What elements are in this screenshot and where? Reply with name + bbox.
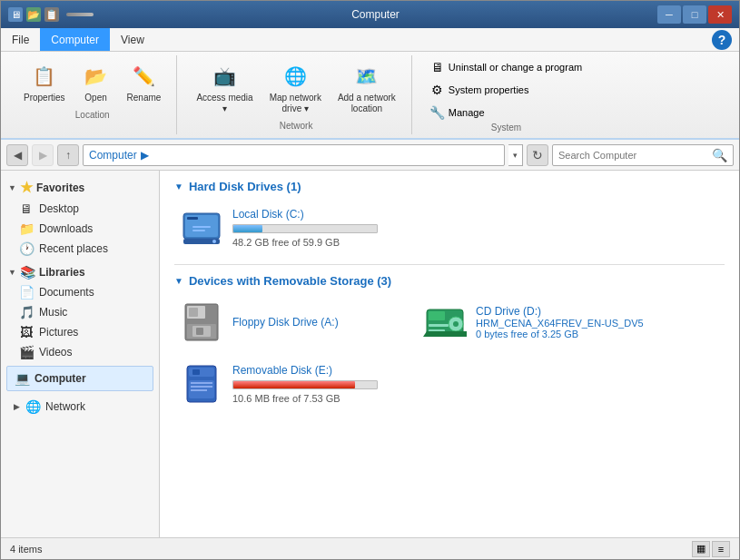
manage-button[interactable]: 🔧 Manage bbox=[425, 103, 587, 123]
removable-e-bar bbox=[233, 381, 355, 388]
ribbon-group-location: 📋 Properties 📂 Open ✏️ Rename Location bbox=[8, 55, 177, 134]
maximize-button[interactable]: □ bbox=[683, 5, 706, 24]
add-network-location-button[interactable]: 🗺️ Add a networklocation bbox=[331, 57, 402, 119]
main-window: 🖥 📂 📋 Computer ─ □ ✕ File Computer View … bbox=[0, 0, 740, 560]
ribbon: 📋 Properties 📂 Open ✏️ Rename Location 📺 bbox=[1, 52, 739, 140]
uninstall-button[interactable]: 🖥 Uninstall or change a program bbox=[425, 57, 587, 77]
sidebar-item-documents[interactable]: 📄 Documents bbox=[1, 282, 159, 302]
system-properties-button[interactable]: ⚙ System properties bbox=[425, 80, 587, 100]
up-button[interactable]: ↑ bbox=[57, 144, 79, 166]
access-media-button[interactable]: 📺 Access media▾ bbox=[190, 57, 259, 119]
svg-point-4 bbox=[212, 240, 216, 243]
forward-button[interactable]: ▶ bbox=[32, 144, 54, 166]
svg-rect-2 bbox=[187, 217, 198, 220]
drive-floppy-a[interactable]: Floppy Disk Drive (A:) bbox=[174, 295, 410, 349]
breadcrumb-computer[interactable]: Computer bbox=[89, 149, 137, 162]
floppy-a-icon bbox=[180, 300, 223, 344]
uninstall-label: Uninstall or change a program bbox=[449, 62, 582, 73]
sidebar-item-network[interactable]: ▶ 🌐 Network bbox=[6, 395, 153, 418]
network-icon: 🌐 bbox=[25, 399, 40, 414]
ribbon-group-network: 📺 Access media▾ 🌐 Map networkdrive ▾ 🗺️ … bbox=[181, 55, 411, 134]
sidebar-item-downloads[interactable]: 📁 Downloads bbox=[1, 219, 159, 239]
minimize-button[interactable]: ─ bbox=[657, 5, 681, 24]
properties-icon: 📋 bbox=[30, 62, 59, 91]
breadcrumb: Computer ▶ bbox=[83, 144, 505, 166]
pictures-icon: 🖼 bbox=[19, 325, 34, 339]
favorites-icon: ★ bbox=[20, 179, 33, 196]
menu-view[interactable]: View bbox=[110, 28, 155, 51]
search-input[interactable] bbox=[558, 150, 708, 161]
svg-rect-17 bbox=[429, 324, 449, 327]
removable-section-label: Devices with Removable Storage (3) bbox=[189, 274, 391, 288]
sidebar-item-music[interactable]: 🎵 Music bbox=[1, 302, 159, 322]
recent-places-icon: 🕐 bbox=[19, 241, 34, 256]
cd-d-info: CD Drive (D:) HRM_CENA_X64FREV_EN-US_DV5… bbox=[476, 305, 648, 339]
hdd-section-triangle: ▼ bbox=[174, 182, 183, 192]
titlebar-app-icon: 🖥 bbox=[8, 7, 23, 22]
cd-d-free: 0 bytes free of 3.25 GB bbox=[476, 329, 648, 339]
menu-file[interactable]: File bbox=[1, 28, 40, 51]
manage-label: Manage bbox=[449, 107, 485, 118]
open-icon: 📂 bbox=[82, 62, 111, 91]
refresh-button[interactable]: ↻ bbox=[527, 144, 548, 166]
svg-rect-23 bbox=[191, 382, 212, 384]
svg-rect-26 bbox=[192, 369, 200, 375]
titlebar-icon3: 📋 bbox=[44, 7, 59, 22]
favorites-header[interactable]: ▼ ★ Favorites bbox=[1, 176, 159, 199]
libraries-header[interactable]: ▼ 📚 Libraries bbox=[1, 262, 159, 282]
properties-button[interactable]: 📋 Properties bbox=[17, 57, 72, 108]
removable-e-name: Removable Disk (E:) bbox=[232, 364, 405, 377]
local-c-name: Local Disk (C:) bbox=[232, 208, 405, 221]
removable-drive-grid: Floppy Disk Drive (A:) bbox=[174, 295, 725, 411]
favorites-section: ▼ ★ Favorites 🖥 Desktop 📁 Downloads 🕐 Re… bbox=[1, 176, 159, 259]
hdd-drive-grid: Local Disk (C:) 48.2 GB free of 59.9 GB bbox=[174, 201, 725, 255]
titlebar-separator bbox=[66, 13, 94, 16]
drive-cd-d[interactable]: CD Drive (D:) HRM_CENA_X64FREV_EN-US_DV5… bbox=[418, 295, 654, 349]
computer-icon: 💻 bbox=[15, 371, 29, 386]
menu-computer[interactable]: Computer bbox=[40, 28, 110, 51]
drive-local-c[interactable]: Local Disk (C:) 48.2 GB free of 59.9 GB bbox=[174, 201, 410, 255]
window-controls: ─ □ ✕ bbox=[657, 5, 732, 24]
sidebar-item-computer[interactable]: 💻 Computer bbox=[6, 366, 153, 391]
system-properties-label: System properties bbox=[449, 84, 529, 95]
back-button[interactable]: ◀ bbox=[6, 144, 28, 166]
location-group-label: Location bbox=[75, 110, 110, 120]
network-buttons: 📺 Access media▾ 🌐 Map networkdrive ▾ 🗺️ … bbox=[190, 57, 401, 119]
sidebar-item-videos[interactable]: 🎬 Videos bbox=[1, 342, 159, 362]
svg-point-16 bbox=[453, 321, 459, 327]
svg-rect-14 bbox=[429, 311, 445, 320]
documents-icon: 📄 bbox=[19, 285, 34, 300]
file-area: ▼ Hard Disk Drives (1) bbox=[160, 171, 739, 537]
svg-rect-12 bbox=[196, 328, 203, 335]
network-group-label: Network bbox=[280, 121, 313, 131]
open-label: Open bbox=[84, 93, 106, 103]
drive-removable-e[interactable]: Removable Disk (E:) 10.6 MB free of 7.53… bbox=[174, 357, 410, 411]
help-button[interactable]: ? bbox=[712, 30, 732, 50]
sidebar-item-desktop[interactable]: 🖥 Desktop bbox=[1, 199, 159, 219]
details-view-button[interactable]: ≡ bbox=[712, 541, 730, 557]
local-c-info: Local Disk (C:) 48.2 GB free of 59.9 GB bbox=[232, 208, 405, 248]
open-button[interactable]: 📂 Open bbox=[75, 57, 117, 108]
network-label: Network bbox=[45, 400, 85, 413]
sidebar-item-pictures[interactable]: 🖼 Pictures bbox=[1, 322, 159, 342]
svg-rect-9 bbox=[189, 308, 198, 317]
removable-section-header: ▼ Devices with Removable Storage (3) bbox=[174, 274, 725, 288]
breadcrumb-dropdown[interactable]: ▾ bbox=[508, 144, 523, 166]
desktop-icon: 🖥 bbox=[19, 201, 34, 216]
close-button[interactable]: ✕ bbox=[708, 5, 732, 24]
downloads-icon: 📁 bbox=[19, 221, 34, 236]
titlebar-icon2: 📂 bbox=[26, 7, 41, 22]
map-network-drive-button[interactable]: 🌐 Map networkdrive ▾ bbox=[263, 57, 328, 119]
system-buttons: 🖥 Uninstall or change a program ⚙ System… bbox=[425, 57, 587, 123]
manage-icon: 🔧 bbox=[430, 105, 445, 120]
view-buttons: ▦ ≡ bbox=[692, 541, 730, 557]
titlebar-left: 🖥 📂 📋 bbox=[8, 7, 94, 22]
libraries-section: ▼ 📚 Libraries 📄 Documents 🎵 Music 🖼 Pict… bbox=[1, 262, 159, 362]
svg-marker-19 bbox=[423, 331, 467, 337]
desktop-label: Desktop bbox=[39, 202, 79, 215]
large-icons-view-button[interactable]: ▦ bbox=[692, 541, 710, 557]
sidebar-item-recent-places[interactable]: 🕐 Recent places bbox=[1, 239, 159, 259]
rename-button[interactable]: ✏️ Rename bbox=[121, 57, 168, 108]
search-icon[interactable]: 🔍 bbox=[712, 148, 727, 162]
libraries-triangle: ▼ bbox=[8, 268, 16, 277]
